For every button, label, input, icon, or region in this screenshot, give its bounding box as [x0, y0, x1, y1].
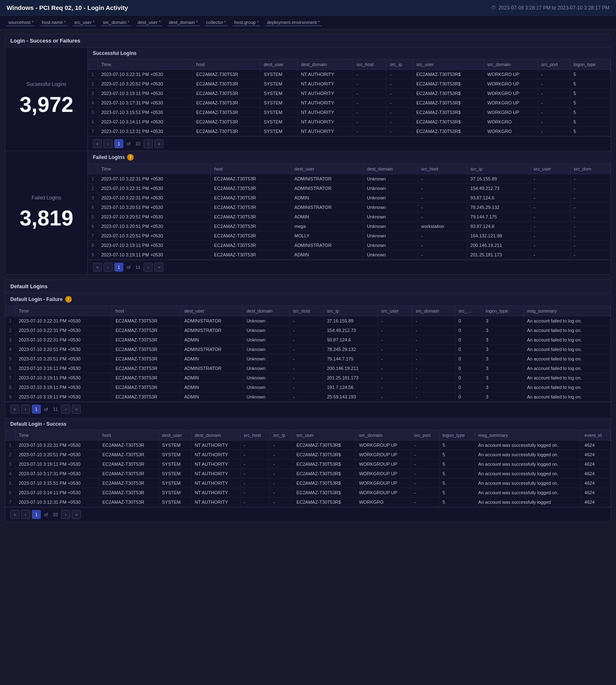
failed-logins-stat: Failed Logins 3,819: [5, 151, 88, 274]
col-num: [88, 164, 98, 174]
col-logon-type: logon_type: [482, 306, 524, 316]
col-dest-domain: dest_domain: [297, 59, 353, 70]
table-row: 52023-07-10 3:15:51 PM +0530EC2AMAZ-T30T…: [5, 479, 611, 488]
col-num: [5, 430, 15, 441]
successful-logins-label: Sucsessful Logins: [26, 81, 66, 87]
table-row: 72023-07-10 3:19:11 PM +0530EC2AMAZ-T30T…: [5, 373, 611, 383]
table-row: 42023-07-10 3:17:31 PM +0530EC2AMAZ-T30T…: [5, 469, 611, 479]
page-last-btn[interactable]: »: [72, 510, 81, 519]
col-src-domain: src_domain: [412, 306, 455, 316]
filter-deployment-env[interactable]: deployment.environment *: [265, 19, 321, 26]
filter-dest-domain[interactable]: dest_domain *: [167, 19, 199, 26]
main-content: Login - Success or Failures Sucsessful L…: [0, 30, 616, 531]
col-dest-domain: dest_domain: [363, 164, 418, 174]
page-prev-btn[interactable]: ‹: [104, 263, 113, 272]
table-row: 42023-07-10 3:20:51 PM +0530EC2AMAZ-T30T…: [5, 345, 611, 354]
col-time: Time: [98, 164, 210, 174]
page-prev-btn[interactable]: ‹: [21, 510, 30, 519]
page-current-btn[interactable]: 1: [114, 263, 123, 272]
successful-logins-section: Sucsessful Logins 3,972 Successful Login…: [5, 47, 611, 151]
failed-logins-table-container: Time host dest_user dest_domain src_host…: [88, 164, 611, 260]
default-success-table-container: Time host dest_user dest_domain src_host…: [5, 430, 611, 507]
table-row: 52023-07-10 3:15:51 PM +0530EC2AMAZ-T30T…: [88, 108, 611, 117]
filter-hostname[interactable]: host.name *: [40, 19, 68, 26]
col-src-dom: src_dom: [570, 164, 610, 174]
successful-logins-stat: Sucsessful Logins 3,972: [5, 47, 88, 151]
failed-logins-pagination: « ‹ 1 of 11 › »: [88, 260, 611, 274]
default-logins-panel-header: Default Logins: [5, 280, 611, 293]
col-num: [5, 306, 15, 316]
failed-logins-table-header: Failed Logins !: [88, 151, 611, 164]
table-row: 32023-07-10 3:22:31 PM +0530EC2AMAZ-T30T…: [88, 193, 611, 203]
failed-logins-label: Failed Logins: [32, 195, 61, 201]
page-first-btn[interactable]: «: [10, 510, 19, 519]
table-row: 32023-07-10 3:22:31 PM +0530EC2AMAZ-T30T…: [5, 335, 611, 345]
page-next-btn[interactable]: ›: [61, 405, 70, 414]
table-row: 82023-07-10 3:19:11 PM +0530EC2AMAZ-T30T…: [88, 241, 611, 250]
warning-icon: !: [127, 154, 134, 161]
successful-logins-table-col: Successful Logins Time host dest_user de…: [88, 47, 611, 151]
page-current-btn[interactable]: 1: [114, 139, 123, 148]
table-row: 12023-07-10 3:22:31 PM +0530EC2AMAZ-T30T…: [88, 174, 611, 184]
col-src-user: src_user: [378, 306, 412, 316]
col-dest-domain: dest_domain: [243, 306, 290, 316]
page-next-btn[interactable]: ›: [144, 263, 153, 272]
col-src-host: src_host: [418, 164, 467, 174]
col-src-port: src_port: [411, 430, 439, 441]
col-src-host: src_host: [240, 430, 269, 441]
filter-dest-user[interactable]: dest_user *: [136, 19, 163, 26]
col-dest-user: dest_user: [181, 306, 243, 316]
filter-bar: sourcehost * host.name * src_user * src_…: [0, 16, 616, 30]
table-row: 22023-07-10 3:20:51 PM +0530EC2AMAZ-T30T…: [5, 450, 611, 460]
col-dest-user: dest_user: [291, 164, 363, 174]
failed-logins-table-col: Failed Logins ! Time host dest_user dest…: [88, 151, 611, 274]
table-row: 62023-07-10 3:20:51 PM +0530EC2AMAZ-T30T…: [88, 222, 611, 231]
page-current-btn[interactable]: 1: [32, 405, 41, 414]
col-dest-domain: dest_domain: [191, 430, 241, 441]
default-failure-table: Time host dest_user dest_domain src_host…: [5, 306, 611, 402]
col-dest-user: dest_user: [158, 430, 191, 441]
filter-sourcehost[interactable]: sourcehost *: [7, 19, 35, 26]
table-row: 62023-07-10 3:14:11 PM +0530EC2AMAZ-T30T…: [5, 488, 611, 498]
page-prev-btn[interactable]: ‹: [21, 405, 30, 414]
page-last-btn[interactable]: »: [72, 405, 81, 414]
page-last-btn[interactable]: »: [154, 139, 163, 148]
time-range: ⏱ 2023-07-09 3:28:17 PM to 2023-07-10 3:…: [491, 5, 609, 11]
col-host: host: [99, 430, 158, 441]
login-panel: Login - Success or Failures Sucsessful L…: [5, 34, 611, 275]
clock-icon: ⏱: [491, 5, 496, 11]
page-first-btn[interactable]: «: [10, 405, 19, 414]
successful-logins-table-header: Successful Logins: [88, 47, 611, 59]
col-host: host: [112, 306, 181, 316]
failed-logins-table: Time host dest_user dest_domain src_host…: [88, 164, 611, 260]
page-first-btn[interactable]: «: [93, 139, 102, 148]
col-logon-type: logon_type: [439, 430, 474, 441]
successful-logins-table: Time host dest_user dest_domain src_host…: [88, 59, 611, 136]
col-src-ip: src_ip: [467, 164, 531, 174]
page-next-btn[interactable]: ›: [61, 510, 70, 519]
filter-src-domain[interactable]: src_domain *: [101, 19, 131, 26]
col-logon-type: logon_type: [570, 59, 611, 70]
failed-logins-count: 3,819: [19, 206, 73, 230]
filter-src-user[interactable]: src_user *: [73, 19, 97, 26]
default-failure-pagination: « ‹ 1 of 11 › »: [5, 402, 611, 416]
table-row: 22023-07-10 3:20:51 PM +0530EC2AMAZ-T30T…: [88, 79, 611, 89]
col-dest-user: dest_user: [260, 59, 297, 70]
page-last-btn[interactable]: »: [154, 263, 163, 272]
table-row: 42023-07-10 3:20:51 PM +0530EC2AMAZ-T30T…: [88, 203, 611, 212]
table-row: 32023-07-10 3:19:11 PM +0530EC2AMAZ-T30T…: [88, 89, 611, 98]
filter-host-group[interactable]: host.group *: [233, 19, 260, 26]
col-src-ip: src_ip: [323, 306, 378, 316]
col-time: Time: [15, 430, 99, 441]
page-first-btn[interactable]: «: [93, 263, 102, 272]
default-success-table: Time host dest_user dest_domain src_host…: [5, 430, 611, 507]
page-prev-btn[interactable]: ‹: [104, 139, 113, 148]
col-host: host: [210, 164, 291, 174]
col-src-user: src_user: [293, 430, 356, 441]
col-num: [88, 59, 98, 70]
successful-logins-pagination: « ‹ 1 of 10 › »: [88, 136, 611, 151]
filter-collector[interactable]: collector *: [205, 19, 228, 26]
page-current-btn[interactable]: 1: [32, 510, 41, 519]
table-row: 92023-07-10 3:19:11 PM +0530EC2AMAZ-T30T…: [5, 392, 611, 402]
page-next-btn[interactable]: ›: [144, 139, 153, 148]
